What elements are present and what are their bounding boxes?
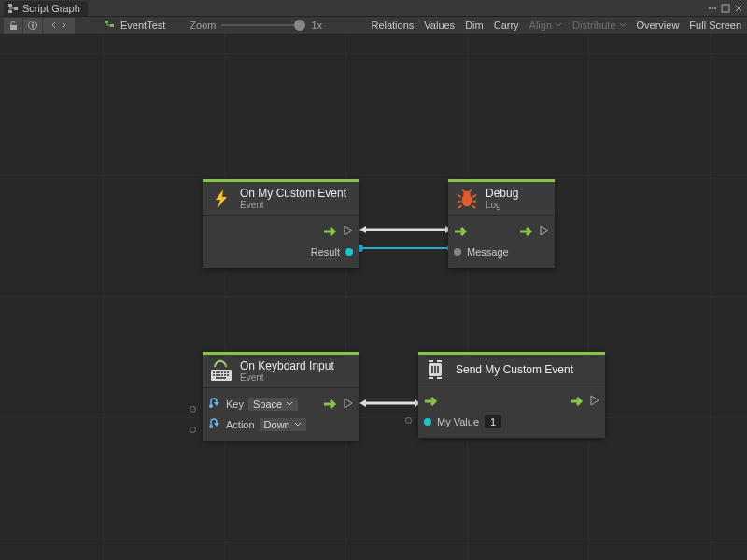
svg-marker-17	[359, 399, 366, 407]
svg-rect-9	[32, 24, 34, 28]
node-on-keyboard-input[interactable]: On Keyboard Input Event Key Space Action	[203, 352, 359, 441]
asset-name: EventTest	[120, 20, 165, 31]
expand-icon	[50, 21, 67, 30]
zoom-slider-thumb[interactable]	[294, 20, 305, 31]
svg-rect-31	[213, 374, 215, 376]
zoom-label: Zoom	[190, 20, 216, 31]
result-label: Result	[311, 246, 340, 258]
info-icon	[28, 21, 37, 30]
toolbar-carry[interactable]: Carry	[489, 18, 524, 34]
svg-marker-20	[345, 226, 352, 235]
node-title: Debug	[486, 187, 518, 200]
flow-in-icon[interactable]	[424, 396, 439, 407]
svg-rect-29	[224, 371, 226, 373]
zoom-slider[interactable]	[221, 24, 305, 26]
chevron-down-icon	[286, 400, 293, 408]
svg-rect-27	[218, 371, 220, 373]
flow-out-icon[interactable]	[323, 399, 338, 410]
loop-icon	[208, 398, 221, 411]
node-on-my-custom-event[interactable]: On My Custom Event Event Result	[203, 179, 359, 268]
svg-rect-28	[221, 371, 223, 373]
key-in-port[interactable]	[190, 406, 196, 413]
toolbar-fullscreen[interactable]: Full Screen	[684, 18, 746, 34]
toolbar-distribute[interactable]: Distribute	[568, 18, 630, 34]
svg-rect-44	[431, 366, 433, 373]
svg-rect-49	[429, 377, 433, 379]
svg-rect-32	[216, 374, 218, 376]
toolbar-align[interactable]: Align	[525, 18, 567, 34]
action-label: Action	[226, 419, 255, 430]
lightning-icon	[210, 189, 233, 209]
svg-rect-2	[8, 10, 12, 13]
flow-in-icon[interactable]	[454, 226, 469, 237]
expand-button[interactable]	[43, 18, 75, 34]
svg-point-41	[209, 425, 213, 428]
flow-out-icon[interactable]	[570, 396, 585, 407]
svg-rect-36	[227, 374, 229, 376]
key-label: Key	[226, 399, 244, 410]
svg-rect-10	[32, 22, 34, 24]
myvalue-port[interactable]	[424, 418, 431, 426]
svg-rect-50	[437, 377, 442, 379]
node-subtitle: Log	[486, 200, 518, 210]
action-in-port[interactable]	[190, 427, 196, 433]
lock-button[interactable]	[4, 18, 22, 34]
info-button[interactable]	[23, 18, 42, 34]
toolbar-values[interactable]: Values	[419, 18, 459, 34]
svg-rect-47	[429, 360, 433, 362]
svg-marker-51	[591, 396, 599, 405]
result-port[interactable]	[345, 248, 353, 256]
toolbar-relations[interactable]: Relations	[366, 18, 418, 34]
chevron-down-icon	[619, 21, 627, 29]
svg-rect-30	[227, 371, 229, 373]
script-graph-window: { "tab": { "title": "Script Graph" }, "t…	[0, 0, 747, 560]
svg-marker-19	[216, 189, 227, 208]
svg-marker-42	[214, 423, 219, 427]
close-icon[interactable]	[734, 4, 743, 13]
node-title: On My Custom Event	[240, 187, 346, 200]
kebab-menu-icon[interactable]	[708, 4, 717, 13]
flow-out-icon[interactable]	[519, 226, 534, 237]
myvalue-field[interactable]: 1	[485, 415, 501, 428]
flow-port-out[interactable]	[344, 398, 353, 411]
tab-title: Script Graph	[22, 3, 80, 14]
svg-marker-39	[214, 402, 219, 406]
keyboard-icon	[210, 361, 233, 382]
flow-port-out[interactable]	[344, 225, 353, 238]
send-event-icon	[426, 359, 448, 380]
node-title: Send My Custom Event	[456, 363, 573, 376]
flow-port-out[interactable]	[540, 225, 549, 238]
svg-rect-26	[216, 371, 218, 373]
svg-point-22	[463, 190, 470, 197]
action-dropdown[interactable]: Down	[260, 418, 306, 431]
script-graph-icon	[7, 3, 19, 14]
maximize-icon[interactable]	[721, 4, 730, 13]
loop-icon	[208, 418, 221, 431]
svg-rect-11	[105, 21, 108, 23]
node-debug-log[interactable]: Debug Log Message	[448, 179, 555, 268]
message-port[interactable]	[454, 248, 461, 256]
chevron-down-icon	[294, 421, 302, 428]
toolbar: EventTest Zoom 1x Relations Values Dim C…	[0, 17, 747, 35]
asset-picker[interactable]: EventTest	[104, 20, 165, 31]
svg-point-4	[712, 7, 713, 9]
graph-canvas[interactable]: On My Custom Event Event Result	[0, 35, 747, 560]
myvalue-in-port[interactable]	[405, 417, 412, 424]
svg-rect-0	[8, 4, 12, 7]
node-send-my-custom-event[interactable]: Send My Custom Event My Value 1	[418, 352, 605, 438]
flow-out-icon[interactable]	[323, 226, 338, 237]
node-subtitle: Event	[240, 372, 334, 383]
svg-rect-46	[437, 366, 439, 373]
svg-rect-45	[434, 366, 436, 373]
chevron-down-icon	[555, 21, 562, 29]
edges-layer	[0, 35, 747, 560]
svg-rect-7	[10, 25, 17, 30]
key-dropdown[interactable]: Space	[248, 398, 298, 411]
toolbar-dim[interactable]: Dim	[460, 18, 488, 34]
svg-rect-33	[218, 374, 220, 376]
toolbar-overview[interactable]: Overview	[632, 18, 684, 34]
flow-port-out[interactable]	[590, 395, 599, 408]
myvalue-label: My Value	[437, 416, 479, 427]
svg-rect-6	[722, 5, 729, 12]
window-tab[interactable]: Script Graph	[4, 1, 88, 16]
